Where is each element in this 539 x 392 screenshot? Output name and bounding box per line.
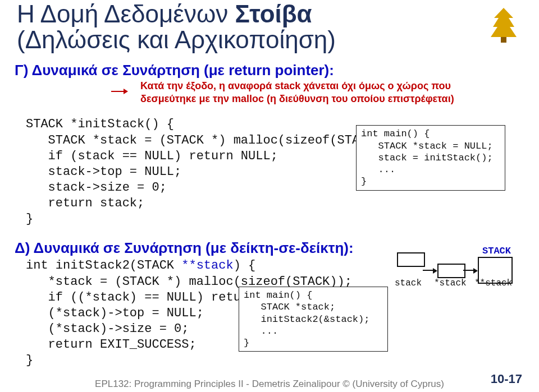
- section-c-usage: int main() { STACK *stack = NULL; stack …: [356, 125, 505, 190]
- title-bold: Στοίβα: [235, 0, 312, 27]
- diagram-arrow1: [423, 270, 436, 271]
- title-area: Η Δομή Δεδομένων Στοίβα (Δηλώσεις και Αρ…: [0, 0, 539, 53]
- footer-text: EPL132: Programming Principles II - Deme…: [0, 379, 539, 390]
- section-c-heading: Γ) Δυναμικά σε Συνάρτηση (με return poin…: [15, 62, 528, 79]
- diagram-label-dblstar: **stack: [474, 278, 512, 288]
- diagram-label-big: STACK: [482, 246, 511, 256]
- d-l1c: ) {: [234, 259, 256, 273]
- d-l6: return EXIT_SUCCESS;: [26, 338, 197, 352]
- section-c-body: STACK *initStack() { STACK *stack = (STA…: [11, 117, 528, 227]
- d-l1a: int initStack2(STACK: [26, 259, 181, 273]
- d-l1b: **stack: [181, 259, 233, 273]
- d-l4: (*stack)->top = NULL;: [26, 306, 204, 320]
- page-number: 10-17: [491, 372, 522, 386]
- section-c-note1: Κατά την έξοδο, η αναφορά stack χάνεται …: [140, 80, 528, 92]
- content: Γ) Δυναμικά σε Συνάρτηση (με return poin…: [11, 62, 528, 376]
- d-l7: }: [26, 353, 33, 367]
- section-d-usage: int main() { STACK *stack; initStack2(&s…: [239, 287, 388, 352]
- red-arrow-icon: [111, 87, 128, 95]
- diagram-label-star: *stack: [434, 278, 467, 288]
- section-c-note2: δεσμεύτηκε με την malloc (η διεύθυνση το…: [140, 93, 528, 105]
- svg-rect-1: [501, 37, 506, 43]
- diagram-label-small: stack: [395, 278, 422, 288]
- d-l5: (*stack)->size = 0;: [26, 322, 189, 336]
- page-title: Η Δομή Δεδομένων Στοίβα (Δηλώσεις και Αρ…: [17, 1, 528, 53]
- pointer-diagram: STACK *stack **stack stack: [397, 252, 518, 292]
- section-d-body: int initStack2(STACK **stack) { *stack =…: [11, 258, 528, 376]
- diagram-arrow2: [463, 270, 477, 271]
- title-part1: Η Δομή Δεδομένων: [17, 0, 235, 27]
- logo-icon: [484, 6, 523, 45]
- svg-marker-3: [124, 89, 128, 94]
- diagram-box-pstack: [437, 264, 465, 278]
- title-line2: (Δηλώσεις και Αρχικοποίηση): [17, 26, 336, 53]
- diagram-box-stack: [397, 252, 425, 267]
